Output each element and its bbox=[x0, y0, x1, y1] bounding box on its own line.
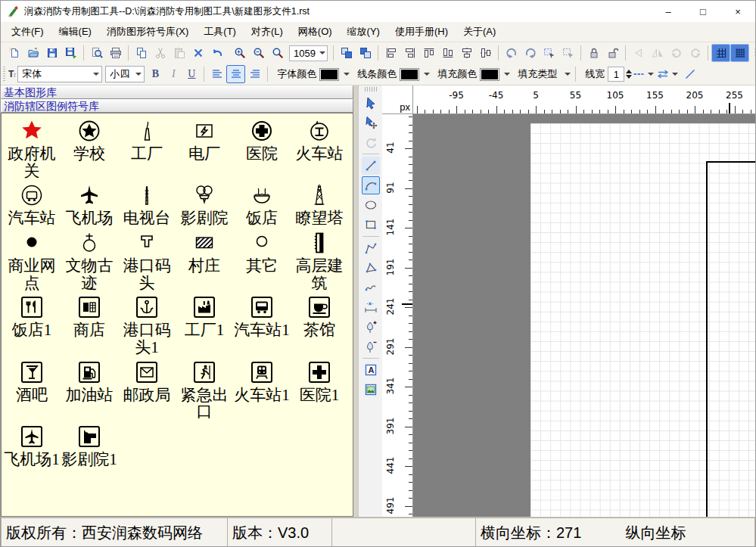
library-symbol-gov[interactable]: 政府机关 bbox=[3, 117, 61, 179]
fill-type-dropdown[interactable] bbox=[560, 71, 572, 77]
flip-horizontal-button[interactable] bbox=[648, 44, 667, 62]
center-horizontal-button[interactable] bbox=[457, 44, 476, 62]
unlock-button[interactable] bbox=[603, 44, 622, 62]
library-symbol-power[interactable]: 电厂 bbox=[176, 117, 233, 179]
library-tab-basic[interactable]: 基本图形库 bbox=[1, 85, 353, 99]
align-left-button[interactable] bbox=[381, 44, 400, 62]
align-top-button[interactable] bbox=[419, 44, 438, 62]
send-back-button[interactable] bbox=[356, 44, 375, 62]
library-symbol-airport[interactable]: 飞机场 bbox=[61, 181, 118, 227]
center-vertical-button[interactable] bbox=[476, 44, 495, 62]
cut-button[interactable] bbox=[151, 44, 170, 62]
drawn-rectangle[interactable] bbox=[706, 161, 755, 517]
fill-color-dropdown[interactable] bbox=[499, 71, 512, 77]
menu-align[interactable]: 对齐(L) bbox=[244, 22, 291, 42]
fill-color-swatch[interactable] bbox=[480, 68, 499, 81]
library-symbol-airport2[interactable]: 飞机场1 bbox=[3, 422, 61, 468]
zoom-in-button[interactable] bbox=[230, 44, 249, 62]
text-align-right-button[interactable] bbox=[245, 65, 264, 83]
curve-tool[interactable] bbox=[362, 176, 380, 194]
text-align-left-button[interactable] bbox=[207, 65, 226, 83]
grid-snap-button[interactable] bbox=[711, 44, 730, 62]
rotate-cw-button[interactable] bbox=[686, 44, 705, 62]
new-file-button[interactable] bbox=[5, 44, 23, 62]
line-color-swatch[interactable] bbox=[400, 68, 419, 81]
image-tool[interactable] bbox=[362, 381, 380, 399]
print-preview-button[interactable] bbox=[87, 44, 106, 62]
close-button[interactable]: × bbox=[720, 1, 755, 22]
library-tab-fire[interactable]: 消防辖区图例符号库 bbox=[1, 99, 353, 113]
ellipse-tool[interactable] bbox=[362, 196, 380, 214]
menu-file[interactable]: 文件(F) bbox=[4, 22, 51, 42]
delete-button[interactable] bbox=[188, 44, 207, 62]
italic-button[interactable]: I bbox=[164, 66, 182, 83]
library-symbol-watchtower[interactable]: 瞭望塔 bbox=[291, 181, 348, 227]
library-symbol-factory1[interactable]: 工厂1 bbox=[176, 293, 233, 356]
font-size-select[interactable]: 小四 bbox=[105, 66, 145, 82]
rotate-ccw-button[interactable] bbox=[667, 44, 686, 62]
library-symbol-mail[interactable]: 邮政局 bbox=[118, 358, 176, 421]
library-symbol-rest1[interactable]: 饭店1 bbox=[3, 293, 61, 356]
copy-button[interactable] bbox=[132, 44, 151, 62]
text-tool[interactable]: A bbox=[362, 361, 380, 379]
zoom-out-button[interactable] bbox=[249, 44, 268, 62]
open-file-button[interactable] bbox=[23, 44, 42, 62]
library-symbol-hospital[interactable]: 医院 bbox=[233, 117, 291, 179]
library-symbol-restaurant[interactable]: 饭店 bbox=[233, 181, 291, 227]
dimension-tool[interactable] bbox=[362, 298, 380, 316]
library-symbol-highrise[interactable]: 高层建筑 bbox=[291, 228, 348, 291]
library-symbol-pier[interactable]: 港口码头 bbox=[118, 228, 176, 291]
menu-grid[interactable]: 网格(O) bbox=[291, 22, 340, 42]
select-tool[interactable] bbox=[362, 94, 380, 112]
line-color-dropdown[interactable] bbox=[419, 71, 431, 77]
menu-zoom[interactable]: 缩放(Y) bbox=[340, 22, 387, 42]
font-family-select[interactable]: 宋体 bbox=[17, 66, 102, 82]
drawing-canvas[interactable] bbox=[413, 114, 755, 517]
library-symbol-theater1[interactable]: 影剧院1 bbox=[61, 422, 118, 468]
spin-up-icon[interactable] bbox=[626, 70, 632, 73]
library-symbol-village[interactable]: 村庄 bbox=[176, 228, 233, 291]
line-width-input[interactable]: 1 bbox=[608, 67, 624, 82]
save-as-button[interactable] bbox=[61, 44, 80, 62]
add-anchor-tool[interactable] bbox=[362, 318, 380, 336]
library-symbol-teahouse[interactable]: 茶馆 bbox=[291, 293, 348, 356]
paste-button[interactable] bbox=[170, 44, 188, 62]
flip-previous-button[interactable] bbox=[629, 44, 648, 62]
align-right-button[interactable] bbox=[400, 44, 419, 62]
grid-show-button[interactable] bbox=[730, 44, 749, 62]
diagonal-line-button[interactable] bbox=[680, 65, 699, 83]
toolbar-grip[interactable] bbox=[2, 67, 6, 82]
rotate-tool[interactable] bbox=[362, 133, 380, 151]
freehand-tool[interactable] bbox=[362, 278, 380, 297]
arrow-style-dropdown[interactable] bbox=[655, 65, 680, 83]
remove-anchor-tool[interactable] bbox=[362, 337, 380, 356]
menu-about[interactable]: 关于(A) bbox=[456, 22, 503, 42]
text-align-center-button[interactable] bbox=[226, 65, 245, 83]
font-color-dropdown[interactable] bbox=[339, 71, 351, 77]
library-symbol-store[interactable]: 商店 bbox=[61, 293, 118, 356]
align-bottom-button[interactable] bbox=[438, 44, 457, 62]
lock-button[interactable] bbox=[584, 44, 603, 62]
library-symbol-gas[interactable]: 加油站 bbox=[61, 358, 118, 421]
grid-off-button[interactable] bbox=[749, 44, 756, 62]
undo-button[interactable] bbox=[207, 44, 226, 62]
select-region-button[interactable] bbox=[540, 44, 558, 62]
spin-down-icon[interactable] bbox=[626, 75, 632, 79]
polygon-tool[interactable] bbox=[362, 259, 380, 277]
library-symbol-rail[interactable]: 火车站 bbox=[291, 117, 348, 179]
bring-front-button[interactable] bbox=[337, 44, 356, 62]
dash-style-dropdown[interactable] bbox=[632, 65, 655, 83]
library-symbol-other[interactable]: 其它 bbox=[233, 228, 291, 291]
palette-grip[interactable] bbox=[365, 87, 377, 92]
library-symbol-bizdot[interactable]: 商业网点 bbox=[3, 228, 61, 291]
polyline-tool[interactable] bbox=[362, 239, 380, 257]
underline-button[interactable]: U bbox=[182, 66, 201, 83]
library-symbol-school[interactable]: 学校 bbox=[61, 117, 118, 179]
line-width-spinner[interactable] bbox=[626, 70, 632, 79]
menu-edit[interactable]: 编辑(E) bbox=[51, 22, 99, 42]
line-tool[interactable] bbox=[362, 157, 380, 175]
canvas-page[interactable] bbox=[530, 123, 755, 517]
rectangle-tool[interactable] bbox=[362, 216, 380, 234]
menu-symbol-library[interactable]: 消防图形符号库(X) bbox=[99, 22, 196, 42]
library-symbol-anchor1[interactable]: 港口码头1 bbox=[118, 293, 176, 356]
